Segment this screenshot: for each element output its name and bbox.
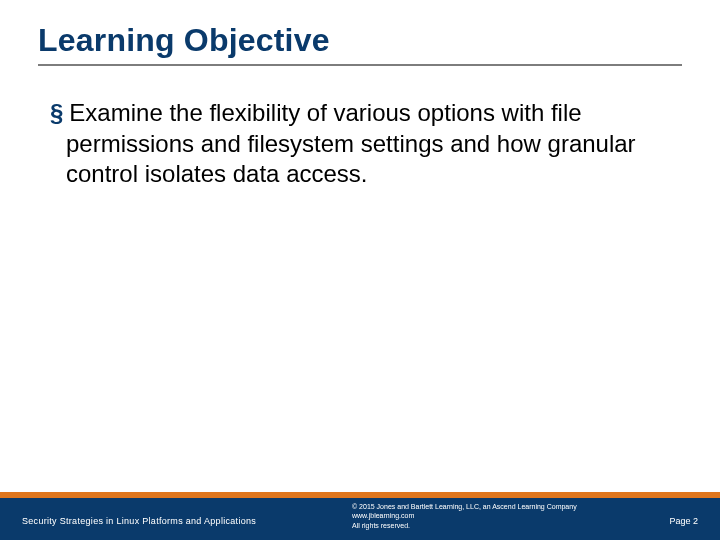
footer-copyright: © 2015 Jones and Bartlett Learning, LLC,…	[352, 502, 577, 530]
footer-copyright-line2: www.jblearning.com	[352, 511, 577, 520]
footer-page-number: Page 2	[669, 516, 698, 526]
body-text-area: §Examine the flexibility of various opti…	[50, 98, 650, 190]
slide-title: Learning Objective	[38, 22, 330, 59]
bullet-item: §Examine the flexibility of various opti…	[50, 98, 650, 190]
bullet-marker-icon: §	[50, 99, 63, 126]
bullet-text: Examine the flexibility of various optio…	[66, 99, 636, 187]
footer-bar: Security Strategies in Linux Platforms a…	[0, 498, 720, 540]
footer-course-title: Security Strategies in Linux Platforms a…	[22, 516, 256, 526]
slide: Learning Objective §Examine the flexibil…	[0, 0, 720, 540]
footer-copyright-line1: © 2015 Jones and Bartlett Learning, LLC,…	[352, 502, 577, 511]
footer-copyright-line3: All rights reserved.	[352, 521, 577, 530]
footer: Security Strategies in Linux Platforms a…	[0, 486, 720, 540]
title-underline	[38, 64, 682, 66]
